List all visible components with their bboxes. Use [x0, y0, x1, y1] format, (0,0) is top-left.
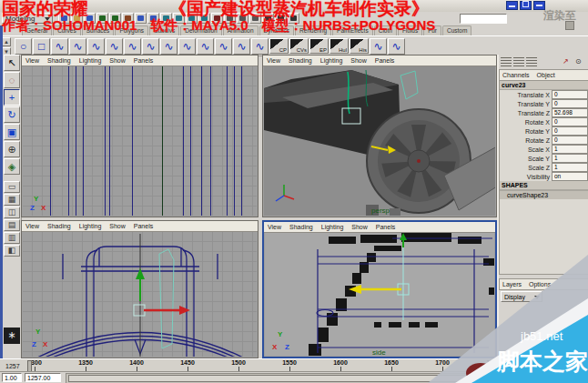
viewport-menu-lighting[interactable]: Lighting: [79, 57, 102, 64]
options-menu[interactable]: Options: [529, 281, 551, 287]
quick-select-input[interactable]: [460, 14, 507, 24]
universal-manipulator-icon[interactable]: ⊕: [4, 141, 20, 157]
viewport-menu-view[interactable]: View: [25, 223, 39, 229]
range-bar-handle[interactable]: [68, 375, 512, 382]
channel-value-field[interactable]: 0: [552, 99, 588, 108]
time-slider[interactable]: 1300135014001450150015501600165017001750…: [0, 358, 588, 372]
range-track[interactable]: [66, 373, 522, 383]
move-tool-icon[interactable]: +: [4, 89, 20, 106]
channel-value-field[interactable]: 0: [552, 126, 588, 136]
viewport-menu-panels[interactable]: Panels: [375, 57, 394, 64]
lasso-tool-icon[interactable]: ◌: [4, 72, 20, 88]
layout-persp-graph-icon[interactable]: ◧: [4, 245, 20, 257]
layout-four-pane-icon[interactable]: ▦: [4, 194, 20, 206]
front-view-canvas[interactable]: Y Z X: [23, 232, 257, 357]
range-end-field[interactable]: 1257.00: [25, 373, 61, 382]
extend-curve-icon[interactable]: ∿: [178, 38, 196, 55]
pick-mask-hul-button[interactable]: Hul: [329, 38, 349, 54]
minimize-icon[interactable]: [506, 1, 518, 10]
shape-node-name[interactable]: curveShape23: [500, 190, 588, 199]
offset-curve-icon[interactable]: ∿: [142, 38, 159, 55]
layout-hypergraph-icon[interactable]: ▥: [4, 232, 20, 244]
channel-value-field[interactable]: 0: [552, 136, 588, 145]
maximize-icon[interactable]: [520, 1, 532, 10]
viewport-menu-show[interactable]: Show: [350, 57, 367, 64]
layer-display-dropdown[interactable]: Display: [501, 291, 542, 302]
viewport-persp[interactable]: ViewShadingLightingShowPanels: [262, 55, 497, 217]
pick-mask-cp-button[interactable]: CP: [269, 38, 289, 54]
nurbs-circle-icon[interactable]: ○: [15, 38, 32, 55]
curve-edit-tool-icon[interactable]: ∿: [124, 38, 141, 55]
attach-curve-icon[interactable]: ∿: [215, 38, 232, 55]
rotate-tool-icon[interactable]: ↻: [4, 106, 20, 123]
viewport-menu-lighting[interactable]: Lighting: [321, 224, 344, 230]
detach-curve-icon[interactable]: ∿: [197, 38, 214, 55]
viewport-top-left[interactable]: ViewShadingLightingShowPanels Y Z X: [21, 55, 259, 217]
fillet-curve-icon[interactable]: ∿: [251, 38, 269, 55]
current-time-field[interactable]: 1257.00: [542, 360, 581, 370]
pick-mask-ep-button[interactable]: EP: [309, 38, 329, 54]
viewport-front[interactable]: ViewShadingLightingShowPanels: [21, 220, 259, 358]
pick-mask-his-button[interactable]: His: [350, 38, 369, 54]
shelf-up-icon[interactable]: ▲: [2, 37, 11, 46]
maya-logo-icon[interactable]: ∗: [4, 328, 20, 344]
top-view-canvas[interactable]: Y Z X: [23, 66, 257, 216]
soft-mod-icon[interactable]: ◈: [4, 158, 20, 175]
curve-snap-history-icon[interactable]: ∿: [370, 38, 387, 55]
ep-curve-tool-icon[interactable]: ∿: [69, 38, 86, 55]
channel-value-field[interactable]: 0: [552, 90, 588, 99]
channels-menu[interactable]: Channels: [502, 72, 530, 78]
channel-value-field[interactable]: on: [552, 172, 588, 181]
object-menu[interactable]: Object: [537, 72, 555, 78]
show-channels-icon[interactable]: [501, 57, 512, 67]
shelf-icon-row: ○□∿∿∿∿∿∿∿∿∿∿∿∿CPCVsEPHulHis∿∿: [15, 37, 405, 55]
viewport-menu-shading[interactable]: Shading: [289, 224, 313, 230]
viewport-menu-panels[interactable]: Panels: [134, 57, 153, 64]
viewport-menu-shading[interactable]: Shading: [47, 223, 71, 229]
viewport-menu-view[interactable]: View: [25, 57, 39, 64]
speed-state-icon[interactable]: ↗: [563, 57, 573, 67]
layout-persp-outliner-icon[interactable]: ▤: [4, 219, 20, 231]
viewport-menu-panels[interactable]: Panels: [134, 223, 153, 229]
viewport-menu-lighting[interactable]: Lighting: [320, 57, 343, 64]
channel-value-field[interactable]: 1: [552, 145, 588, 154]
viewport-menu-shading[interactable]: Shading: [47, 57, 71, 64]
show-both-icon[interactable]: [526, 57, 537, 67]
pick-mask-cvs-button[interactable]: CVs: [289, 38, 309, 54]
viewport-menu-show[interactable]: Show: [109, 223, 126, 229]
insert-knot-icon[interactable]: ∿: [160, 38, 177, 55]
pencil-curve-tool-icon[interactable]: ∿: [87, 38, 105, 55]
viewport-menu-panels[interactable]: Panels: [376, 224, 395, 230]
channel-value-field[interactable]: 1: [552, 163, 588, 172]
side-view-canvas[interactable]: Y X Z side: [265, 233, 494, 356]
axis-x-label: X: [41, 204, 46, 212]
surface-snap-history-icon[interactable]: ∿: [388, 38, 405, 55]
nurbs-square-icon[interactable]: □: [33, 38, 50, 55]
cv-curve-tool-icon[interactable]: ∿: [51, 38, 68, 55]
node-name[interactable]: curve23: [500, 81, 588, 90]
viewport-menu-view[interactable]: View: [267, 57, 280, 64]
viewport-menu-lighting[interactable]: Lighting: [79, 223, 102, 229]
viewport-menu-shading[interactable]: Shading: [289, 57, 312, 64]
hyperbuild-icon[interactable]: ⊙: [575, 57, 586, 67]
viewport-menu-show[interactable]: Show: [109, 57, 126, 64]
range-start-field[interactable]: 1.00: [2, 373, 22, 382]
range-slider[interactable]: 1.00 1257.00: [0, 371, 588, 383]
scale-tool-icon[interactable]: ▣: [4, 124, 20, 140]
channel-value-field[interactable]: 1: [552, 154, 588, 163]
add-points-tool-icon[interactable]: ∿: [106, 38, 123, 55]
tutorial-byline: 作者：SOHOMAN001 软件：MAYA5.0 模型：NURBS+POLYGO…: [2, 17, 435, 35]
layout-two-pane-icon[interactable]: ◫: [4, 207, 20, 218]
close-curve-icon[interactable]: ∿: [233, 38, 250, 55]
persp-canvas[interactable]: persp: [264, 66, 495, 216]
shelf-tab-custom[interactable]: Custom: [442, 25, 471, 35]
viewport-side-active[interactable]: ViewShadingLightingShowPanels: [262, 220, 497, 358]
channel-value-field[interactable]: 52.698: [552, 108, 588, 117]
channel-value-field[interactable]: 0: [552, 117, 588, 126]
show-layer-editor-icon[interactable]: [513, 57, 524, 67]
select-tool-icon[interactable]: ↖: [4, 55, 20, 71]
layout-single-pane-icon[interactable]: ▭: [4, 181, 20, 193]
viewport-menu-view[interactable]: View: [268, 224, 281, 230]
viewport-menu-show[interactable]: Show: [351, 224, 368, 230]
layers-menu[interactable]: Layers: [502, 281, 522, 287]
